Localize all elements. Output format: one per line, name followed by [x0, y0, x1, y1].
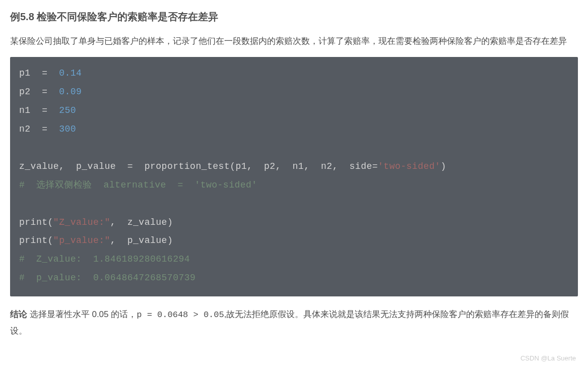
code-paren: ( — [48, 235, 53, 246]
code-paren: ( — [48, 217, 53, 227]
code-comment: # Z_value: 1.846189280616294 — [19, 254, 190, 264]
code-lhs: z_value, p_value — [19, 161, 116, 171]
conclusion-label: 结论 — [10, 310, 27, 319]
code-paren: ) — [440, 161, 446, 171]
code-var: p1 — [19, 68, 31, 78]
code-paren: ) — [167, 217, 173, 227]
code-number: 300 — [59, 124, 76, 134]
code-paren: ) — [167, 235, 173, 246]
code-number: 0.14 — [59, 68, 82, 78]
code-comment: # 选择双侧检验 alternative = 'two-sided' — [19, 180, 257, 190]
code-string: 'two-sided' — [378, 161, 440, 171]
code-rest: , p_value — [110, 235, 167, 246]
intro-text: 某保险公司抽取了单身与已婚客户的样本，记录了他们在一段数据内的索赔次数，计算了索… — [10, 33, 578, 49]
code-func: print — [19, 235, 48, 246]
conclusion-inline-code: p = 0.0648 > 0.05 — [137, 310, 224, 320]
code-block: p1 = 0.14 p2 = 0.09 n1 = 250 n2 = 300 z_… — [10, 57, 578, 296]
code-op: = — [42, 124, 47, 134]
code-number: 0.09 — [59, 87, 82, 97]
code-func: proportion_test — [145, 161, 230, 171]
code-var: p2 — [19, 87, 31, 97]
code-string: "Z_value:" — [53, 217, 110, 227]
code-string: "p_value:" — [53, 235, 110, 246]
conclusion-part1: 选择显著性水平 0.05 的话， — [27, 310, 137, 319]
code-op: = — [42, 87, 47, 97]
code-op: = — [42, 68, 47, 78]
code-var: n2 — [19, 124, 31, 134]
code-op: = — [42, 105, 47, 115]
conclusion-text: 结论 选择显著性水平 0.05 的话，p = 0.0648 > 0.05,故无法… — [10, 306, 578, 339]
code-number: 250 — [59, 105, 76, 115]
code-args: p1, p2, n1, n2, side= — [236, 161, 378, 171]
code-comment: # p_value: 0.0648647268570739 — [19, 273, 195, 283]
code-rest: , z_value — [110, 217, 167, 227]
code-var: n1 — [19, 105, 31, 115]
section-heading: 例5.8 检验不同保险客户的索赔率是否存在差异 — [10, 8, 578, 25]
code-paren: ( — [230, 161, 235, 171]
code-func: print — [19, 217, 48, 227]
code-op: = — [127, 161, 133, 171]
